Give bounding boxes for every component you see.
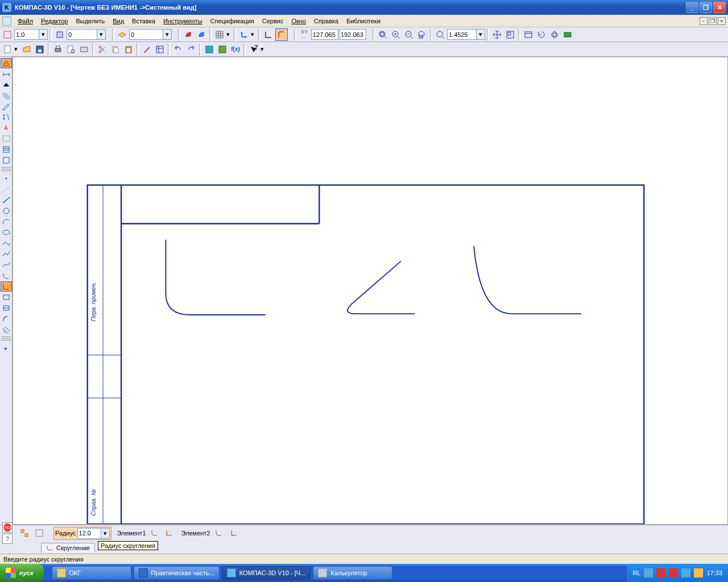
close-button[interactable]: ✕	[713, 2, 726, 13]
redo-button[interactable]	[185, 43, 197, 56]
preview-button[interactable]	[65, 43, 77, 56]
menu-spec[interactable]: Спецификация	[206, 16, 258, 26]
task-kompas[interactable]: КОМПАС-3D V10 - [Ч...	[222, 566, 311, 580]
dimensions-icon[interactable]	[1, 69, 12, 79]
menu-window[interactable]: Окно	[287, 16, 310, 26]
annotations-icon[interactable]	[1, 80, 12, 90]
rebuild-icon[interactable]	[561, 28, 574, 41]
elem1-notrim-icon[interactable]	[163, 527, 176, 539]
manager-icon[interactable]	[203, 43, 216, 56]
spline-icon[interactable]	[1, 238, 12, 248]
mdi-restore-button[interactable]: ❐	[709, 17, 717, 25]
task-calc[interactable]: Калькулятор	[313, 566, 392, 580]
point-icon[interactable]	[1, 173, 12, 184]
toolbar-handle-2[interactable]	[1, 336, 11, 341]
zoom-scale-icon[interactable]	[434, 28, 446, 41]
rectangle-icon[interactable]	[1, 292, 12, 302]
help-dropdown[interactable]: ▾	[260, 43, 266, 56]
pan-icon[interactable]	[491, 28, 503, 41]
spec-icon[interactable]	[1, 144, 12, 155]
hatch-tool-icon[interactable]	[1, 325, 12, 335]
bezier-icon[interactable]	[1, 260, 12, 270]
zoom-window-icon[interactable]	[416, 28, 428, 41]
save-button[interactable]	[34, 43, 46, 56]
arc-icon[interactable]	[1, 217, 12, 227]
help-button[interactable]: ?	[247, 43, 260, 56]
zoom-out-icon[interactable]	[403, 28, 415, 41]
undo-button[interactable]	[172, 43, 184, 56]
chamfer-icon[interactable]	[1, 271, 12, 281]
elem2-trim-icon[interactable]	[213, 527, 225, 539]
state-input[interactable]	[67, 29, 97, 40]
task-word[interactable]: Практическая часть...	[134, 566, 220, 580]
coord-x-input[interactable]	[311, 29, 338, 40]
radius-dropdown[interactable]: ▾	[101, 528, 110, 539]
zoom-input[interactable]	[447, 29, 477, 40]
report-icon[interactable]	[1, 155, 12, 165]
stop-command-button[interactable]: STOP	[2, 522, 13, 533]
state-dropdown[interactable]: ▾	[97, 29, 106, 40]
tray-icon-1[interactable]	[644, 568, 653, 577]
paste-button[interactable]	[122, 43, 135, 56]
round-button[interactable]	[275, 28, 288, 41]
brush-icon[interactable]	[140, 43, 153, 56]
zoom-fit-icon[interactable]	[377, 28, 389, 41]
aux-line-icon[interactable]	[1, 184, 12, 194]
cursor-step-icon[interactable]	[1, 28, 14, 41]
clock[interactable]: 17:33	[706, 569, 722, 576]
tab-fillet[interactable]: Скругление	[41, 543, 95, 552]
tray-icon-3[interactable]	[669, 568, 678, 577]
select-icon[interactable]	[1, 134, 12, 144]
tray-icon-4[interactable]	[681, 568, 690, 577]
minimize-button[interactable]: _	[686, 2, 698, 13]
menu-tools[interactable]: Инструменты	[159, 16, 206, 26]
menu-help[interactable]: Справка	[310, 16, 342, 26]
edit-icon[interactable]	[1, 101, 12, 111]
state-icon[interactable]	[53, 28, 66, 41]
print-button[interactable]	[52, 43, 64, 56]
mdi-icon[interactable]	[2, 16, 11, 26]
library-icon[interactable]	[216, 43, 229, 56]
mdi-min-button[interactable]: -	[700, 17, 708, 25]
panel-ext-icon[interactable]	[33, 527, 46, 539]
help-panel-button[interactable]: ?	[2, 534, 13, 544]
polyline-icon[interactable]	[1, 249, 12, 259]
plot-button[interactable]	[78, 43, 90, 56]
elem2-notrim-icon[interactable]	[228, 527, 240, 539]
auto-create-icon[interactable]	[18, 527, 31, 539]
ellipse-icon[interactable]	[1, 227, 12, 238]
task-folder[interactable]: ОКГ	[52, 566, 131, 580]
collect-icon[interactable]	[1, 303, 12, 313]
layer-dropdown[interactable]: ▾	[163, 29, 172, 40]
snap-on-icon[interactable]	[182, 28, 195, 41]
layer-input[interactable]	[129, 29, 163, 40]
measure-icon[interactable]: A	[1, 123, 12, 133]
snap-off-icon[interactable]	[195, 28, 208, 41]
variables-icon[interactable]: f(x)	[229, 43, 242, 56]
tray-icon-2[interactable]	[656, 568, 665, 577]
fillet-icon[interactable]	[1, 281, 12, 292]
equidistant-icon[interactable]	[1, 314, 12, 324]
menu-insert[interactable]: Вставка	[128, 16, 159, 26]
elem1-trim-icon[interactable]	[148, 527, 161, 539]
grid-icon[interactable]	[213, 28, 226, 41]
mdi-close-button[interactable]: ×	[718, 17, 726, 25]
menu-service[interactable]: Сервис	[258, 16, 288, 26]
system-tray[interactable]: RL 17:33	[627, 564, 728, 582]
toolbar-handle[interactable]	[1, 167, 11, 172]
expand-icon[interactable]: ▸	[1, 343, 12, 353]
cut-button[interactable]	[96, 43, 109, 56]
orbit-icon[interactable]	[548, 28, 561, 41]
layers-icon[interactable]	[116, 28, 129, 41]
step-dropdown[interactable]: ▾	[39, 29, 48, 40]
new-button[interactable]	[1, 43, 14, 56]
zoom-in-icon[interactable]	[390, 28, 402, 41]
zoom-prev-icon[interactable]	[504, 28, 516, 41]
localcs-dropdown[interactable]: ▾	[251, 28, 257, 41]
lang-indicator[interactable]: RL	[632, 569, 640, 576]
menu-editor[interactable]: Редактор	[37, 16, 72, 26]
start-button[interactable]: пуск	[0, 564, 44, 582]
drawing-canvas[interactable]: Перв. примен. Справ. №	[13, 57, 728, 525]
open-button[interactable]	[20, 43, 33, 56]
grid-dropdown[interactable]: ▾	[226, 28, 232, 41]
